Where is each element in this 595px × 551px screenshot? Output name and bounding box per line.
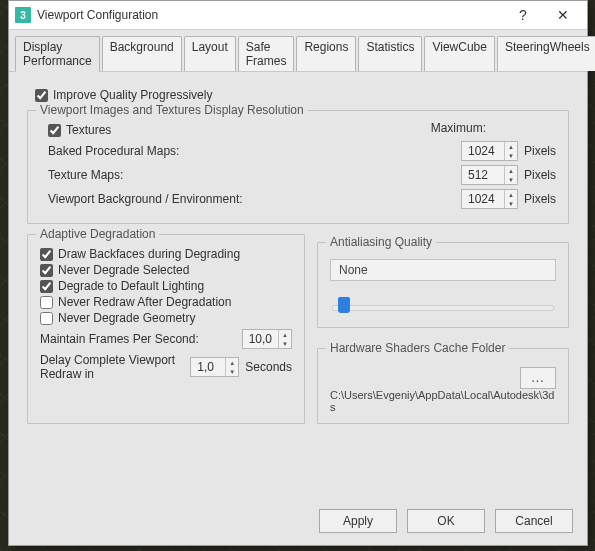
improve-quality-input[interactable] (35, 89, 48, 102)
textures-label: Textures (66, 123, 111, 137)
delay-unit: Seconds (245, 360, 292, 374)
help-button[interactable]: ? (503, 1, 543, 29)
spinner-arrows[interactable]: ▲▼ (504, 166, 517, 184)
fps-value: 10,0 (243, 330, 278, 348)
never-degrade-geometry-label: Never Degrade Geometry (58, 311, 195, 325)
titlebar[interactable]: 3 Viewport Configuration ? ✕ (9, 1, 587, 30)
bg-env-unit: Pixels (524, 192, 556, 206)
antialiasing-group: Antialiasing Quality None (317, 242, 569, 328)
cache-folder-path: C:\Users\Evgeniy\AppData\Local\Autodesk\… (330, 389, 556, 413)
delay-label: Delay Complete Viewport Redraw in (40, 353, 186, 381)
delay-value: 1,0 (191, 358, 225, 376)
tab-display-performance[interactable]: Display Performance (15, 36, 100, 72)
degradation-group-title: Adaptive Degradation (36, 227, 159, 241)
browse-folder-button[interactable]: ... (520, 367, 556, 389)
textures-input[interactable] (48, 124, 61, 137)
cancel-button[interactable]: Cancel (495, 509, 573, 533)
never-degrade-geometry-checkbox[interactable]: Never Degrade Geometry (40, 311, 292, 325)
close-button[interactable]: ✕ (543, 1, 583, 29)
improve-quality-checkbox[interactable]: Improve Quality Progressively (35, 88, 569, 102)
cache-folder-title: Hardware Shaders Cache Folder (326, 341, 509, 355)
dialog-buttons: Apply OK Cancel (319, 509, 573, 533)
baked-maps-label: Baked Procedural Maps: (48, 144, 461, 158)
fps-label: Maintain Frames Per Second: (40, 332, 242, 346)
bg-env-value: 1024 (462, 190, 504, 208)
cache-folder-group: Hardware Shaders Cache Folder ... C:\Use… (317, 348, 569, 424)
spinner-arrows[interactable]: ▲▼ (225, 358, 238, 376)
bg-env-label: Viewport Background / Environment: (48, 192, 461, 206)
baked-maps-unit: Pixels (524, 144, 556, 158)
baked-maps-spinner[interactable]: 1024 ▲▼ (461, 141, 518, 161)
tab-background[interactable]: Background (102, 36, 182, 71)
texture-maps-label: Texture Maps: (48, 168, 461, 182)
spinner-arrows[interactable]: ▲▼ (504, 142, 517, 160)
antialiasing-slider[interactable] (330, 297, 556, 317)
spinner-arrows[interactable]: ▲▼ (504, 190, 517, 208)
degrade-default-lighting-checkbox[interactable]: Degrade to Default Lighting (40, 279, 292, 293)
tab-safe-frames[interactable]: Safe Frames (238, 36, 295, 71)
never-redraw-checkbox[interactable]: Never Redraw After Degradation (40, 295, 292, 309)
tab-steeringwheels[interactable]: SteeringWheels (497, 36, 595, 71)
baked-maps-value: 1024 (462, 142, 504, 160)
antialiasing-group-title: Antialiasing Quality (326, 235, 436, 249)
textures-group-title: Viewport Images and Textures Display Res… (36, 103, 308, 117)
draw-backfaces-label: Draw Backfaces during Degrading (58, 247, 240, 261)
fps-spinner[interactable]: 10,0 ▲▼ (242, 329, 292, 349)
tab-content: Improve Quality Progressively Viewport I… (9, 72, 587, 545)
improve-quality-label: Improve Quality Progressively (53, 88, 212, 102)
bg-env-spinner[interactable]: 1024 ▲▼ (461, 189, 518, 209)
degrade-default-lighting-label: Degrade to Default Lighting (58, 279, 204, 293)
apply-button[interactable]: Apply (319, 509, 397, 533)
slider-thumb[interactable] (338, 297, 350, 313)
never-degrade-selected-label: Never Degrade Selected (58, 263, 189, 277)
antialiasing-value-box: None (330, 259, 556, 281)
draw-backfaces-checkbox[interactable]: Draw Backfaces during Degrading (40, 247, 292, 261)
texture-maps-value: 512 (462, 166, 504, 184)
tab-statistics[interactable]: Statistics (358, 36, 422, 71)
texture-maps-unit: Pixels (524, 168, 556, 182)
viewport-configuration-dialog: 3 Viewport Configuration ? ✕ Display Per… (8, 0, 588, 546)
delay-spinner[interactable]: 1,0 ▲▼ (190, 357, 239, 377)
spinner-arrows[interactable]: ▲▼ (278, 330, 291, 348)
textures-group: Viewport Images and Textures Display Res… (27, 110, 569, 224)
tab-viewcube[interactable]: ViewCube (424, 36, 494, 71)
ok-button[interactable]: OK (407, 509, 485, 533)
degradation-group: Adaptive Degradation Draw Backfaces duri… (27, 234, 305, 424)
never-degrade-selected-checkbox[interactable]: Never Degrade Selected (40, 263, 292, 277)
tab-layout[interactable]: Layout (184, 36, 236, 71)
never-redraw-label: Never Redraw After Degradation (58, 295, 231, 309)
maximum-label: Maximum: (431, 121, 486, 135)
slider-track (332, 305, 554, 311)
texture-maps-spinner[interactable]: 512 ▲▼ (461, 165, 518, 185)
window-title: Viewport Configuration (37, 8, 158, 22)
app-icon: 3 (15, 7, 31, 23)
tab-regions[interactable]: Regions (296, 36, 356, 71)
tab-bar: Display Performance Background Layout Sa… (9, 30, 587, 72)
